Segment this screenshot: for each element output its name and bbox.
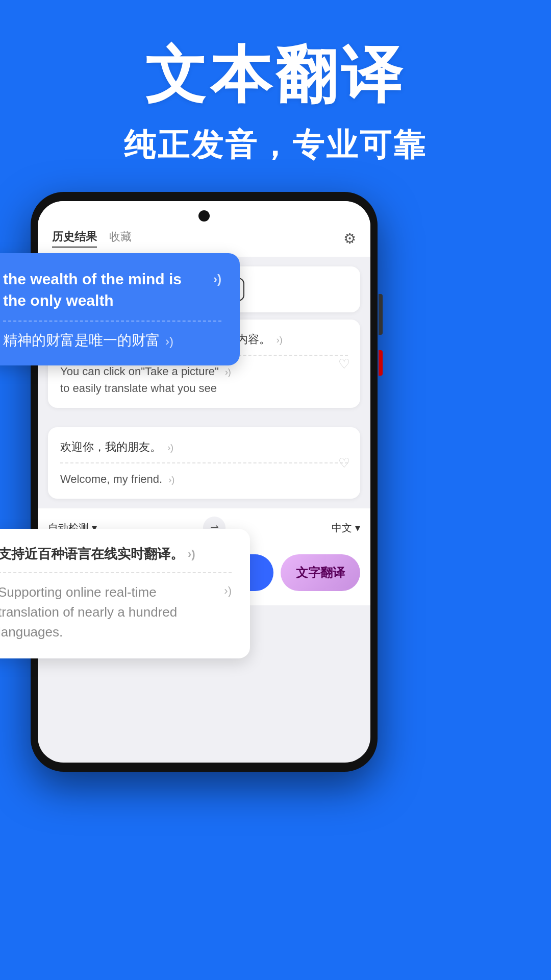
float2-sound-icon[interactable]: ›) (188, 548, 195, 561)
sound-btn-2b[interactable]: ›) (168, 473, 174, 487)
app-title: 文本翻译 (31, 41, 520, 108)
float2-source-text: 支持近百种语言在线实时翻译。 ›) (0, 545, 232, 563)
float1-source-text: the wealth of the mind is the only wealt… (3, 268, 221, 311)
tab-history[interactable]: 历史结果 (52, 229, 97, 248)
tab-favorites[interactable]: 收藏 (109, 229, 132, 248)
sound-btn-1b[interactable]: ›) (225, 365, 231, 379)
like-icon-2[interactable]: ♡ (338, 455, 350, 471)
target-lang-label: 中文 (332, 521, 352, 535)
settings-icon[interactable]: ⚙ (343, 230, 356, 247)
float2-translated-text: Supporting online real-time translation … (0, 582, 232, 642)
float2-translated-sound[interactable]: ›) (224, 582, 232, 599)
target-lang-dropdown-icon: ▾ (355, 522, 360, 534)
target-lang-selector[interactable]: 中文 ▾ (332, 521, 360, 535)
float1-translated-text: 精神的财富是唯一的财富 ›) (3, 331, 221, 350)
translated-text-1: You can click on"Take a picture" ›) to e… (60, 363, 348, 397)
sound-btn-2[interactable]: ›) (167, 441, 173, 455)
floating-translation-card-2: 支持近百种语言在线实时翻译。 ›) Supporting online real… (0, 529, 250, 658)
translation-item-2: ♡ 欢迎你，我的朋友。 ›) Welcome, my friend. ›) (48, 427, 360, 499)
translated-text-2: Welcome, my friend. ›) (60, 471, 348, 487)
floating-translation-card-1: the wealth of the mind is the only wealt… (0, 253, 240, 365)
header-section: 文本翻译 纯正发音，专业可靠 (0, 0, 551, 192)
float1-translated-sound[interactable]: ›) (165, 334, 173, 349)
sound-btn-1[interactable]: ›) (277, 333, 283, 347)
screen-tabs: 历史结果 收藏 (52, 229, 132, 248)
source-text-2: 欢迎你，我的朋友。 ›) (60, 438, 348, 455)
like-icon-1[interactable]: ♡ (338, 356, 350, 372)
text-translate-btn[interactable]: 文字翻译 (281, 554, 360, 591)
float1-sound-icon[interactable]: ›) (213, 271, 221, 288)
app-subtitle: 纯正发音，专业可靠 (31, 124, 520, 166)
screen-header: 历史结果 收藏 ⚙ (38, 201, 370, 257)
